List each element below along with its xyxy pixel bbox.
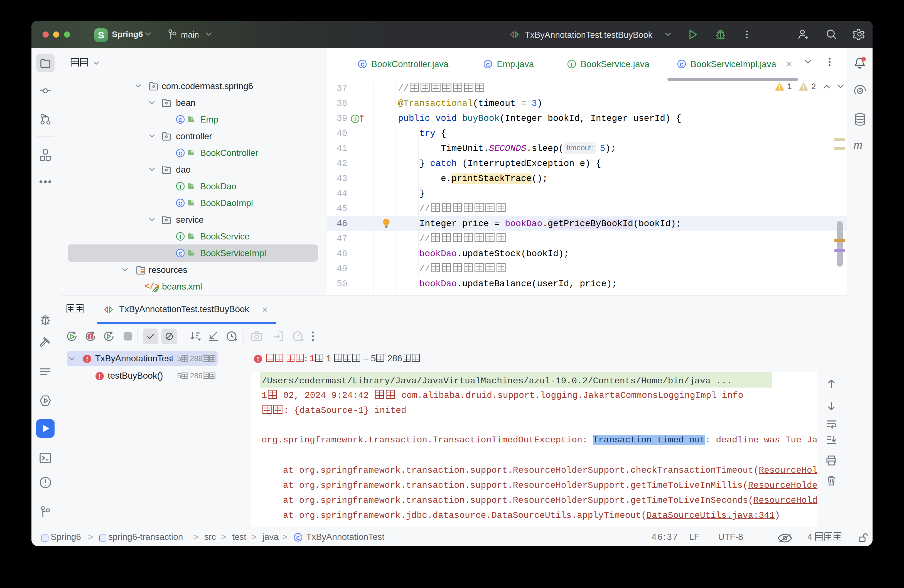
svg-text:I: I <box>354 116 356 122</box>
